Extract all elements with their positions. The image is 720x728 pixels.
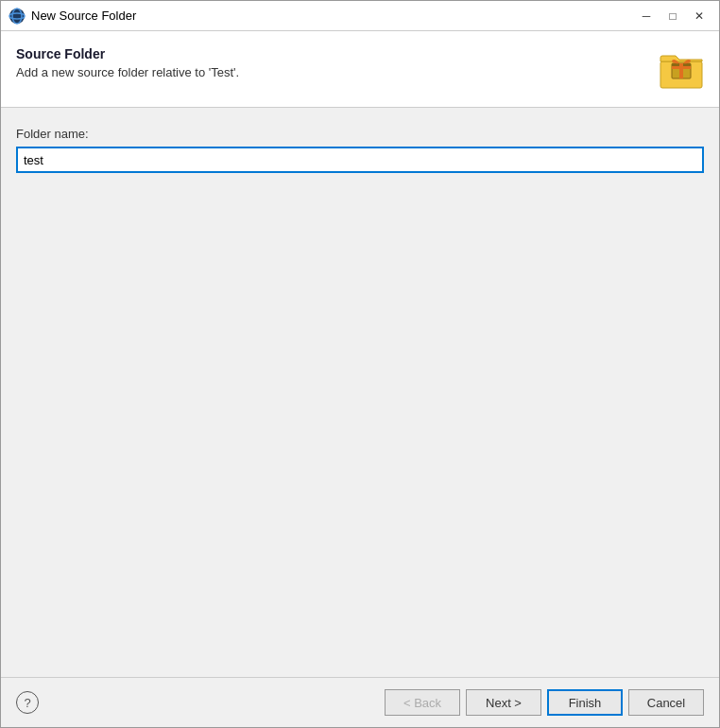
cancel-button[interactable]: Cancel [628,689,704,716]
finish-button[interactable]: Finish [547,689,623,716]
footer-section: ? < Back Next > Finish Cancel [1,677,719,727]
back-button[interactable]: < Back [385,689,460,716]
header-title: Source Folder [16,46,647,61]
folder-name-input[interactable] [16,147,704,173]
header-section: Source Folder Add a new source folder re… [1,31,719,108]
header-subtitle: Add a new source folder relative to 'Tes… [16,65,647,79]
footer-buttons: < Back Next > Finish Cancel [39,689,704,716]
help-button[interactable]: ? [16,691,39,714]
next-button[interactable]: Next > [466,689,541,716]
folder-gift-icon [659,46,704,92]
maximize-button[interactable]: □ [660,6,685,26]
svg-rect-7 [672,66,691,69]
window-icon [9,8,26,25]
close-button[interactable]: ✕ [687,6,711,26]
window-title: New Source Folder [31,9,634,23]
header-text: Source Folder Add a new source folder re… [16,46,647,79]
svg-rect-6 [679,63,683,78]
content-section: Folder name: [1,108,719,677]
folder-name-label: Folder name: [16,127,704,141]
dialog-window: New Source Folder ─ □ ✕ Source Folder Ad… [0,0,720,728]
minimize-button[interactable]: ─ [634,6,659,26]
title-bar: New Source Folder ─ □ ✕ [1,1,719,31]
window-controls: ─ □ ✕ [634,6,711,26]
